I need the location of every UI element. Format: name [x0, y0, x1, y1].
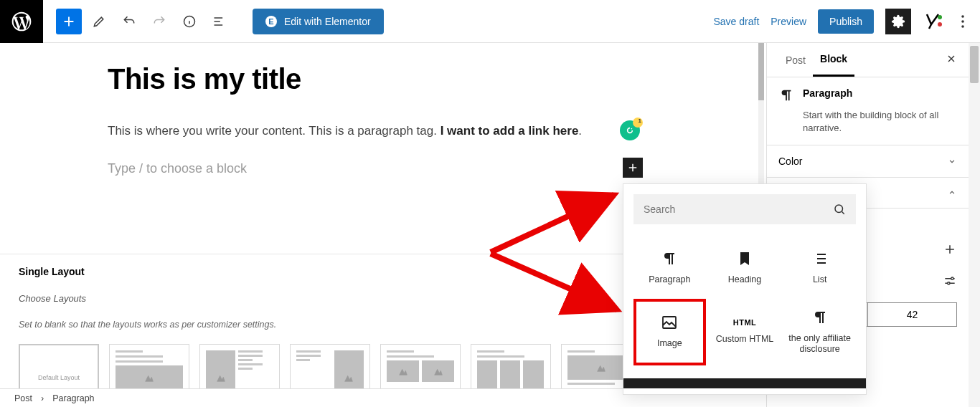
- chevron-down-icon: [947, 156, 957, 166]
- layout-thumb[interactable]: [199, 344, 280, 388]
- inserter-item-affiliate[interactable]: the only affiliate disclosure: [783, 299, 856, 365]
- edit-mode-button[interactable]: [86, 9, 112, 34]
- plus-icon[interactable]: [943, 242, 957, 257]
- layout-thumb-default[interactable]: Default Layout: [19, 344, 99, 388]
- inserter-search[interactable]: [633, 194, 856, 224]
- toolbar-right: Save draft Preview Publish: [713, 9, 971, 34]
- block-placeholder[interactable]: Type / to choose a block: [108, 161, 766, 176]
- inserter-item-heading[interactable]: Heading: [709, 240, 781, 296]
- layout-thumb[interactable]: [290, 344, 370, 388]
- save-draft-link[interactable]: Save draft: [713, 16, 759, 27]
- breadcrumb-current: Paragraph: [52, 393, 94, 403]
- svg-rect-9: [663, 317, 676, 328]
- yoast-icon[interactable]: [923, 11, 943, 32]
- search-icon: [833, 203, 846, 216]
- wordpress-logo[interactable]: [0, 0, 43, 43]
- block-name: Paragraph: [803, 87, 852, 99]
- grammarly-icon[interactable]: 1: [620, 120, 640, 140]
- tab-block[interactable]: Block: [813, 43, 854, 77]
- sliders-icon[interactable]: [943, 274, 957, 288]
- info-button[interactable]: [176, 9, 202, 34]
- block-inserter-popup: Paragraph Heading List Image HTML Custom…: [623, 183, 867, 395]
- svg-point-6: [951, 277, 953, 279]
- color-section-toggle[interactable]: Color: [767, 145, 969, 178]
- editor-scrollbar[interactable]: [756, 43, 766, 206]
- value-cell[interactable]: 42: [868, 303, 956, 326]
- page-scrollbar[interactable]: [969, 43, 980, 407]
- redo-button[interactable]: [146, 9, 172, 34]
- svg-point-1: [938, 15, 942, 19]
- topbar: E Edit with Elementor Save draft Preview…: [0, 0, 980, 43]
- svg-point-7: [948, 282, 950, 284]
- breadcrumb-parent[interactable]: Post: [14, 393, 32, 403]
- undo-button[interactable]: [116, 9, 142, 34]
- svg-point-5: [961, 25, 964, 28]
- bookmark-icon: [736, 250, 753, 267]
- inline-add-block-button[interactable]: [623, 158, 643, 178]
- tab-post[interactable]: Post: [778, 44, 813, 76]
- elementor-icon: E: [265, 16, 277, 27]
- post-title[interactable]: This is my title: [108, 63, 766, 95]
- preview-link[interactable]: Preview: [771, 16, 806, 27]
- outline-button[interactable]: [207, 9, 232, 34]
- more-menu-button[interactable]: [954, 9, 971, 34]
- paragraph-icon: [811, 309, 829, 326]
- add-block-button[interactable]: [56, 9, 82, 34]
- paragraph-block[interactable]: This is where you write your content. Th…: [108, 124, 766, 138]
- layout-thumb[interactable]: [471, 344, 551, 388]
- inserter-search-input[interactable]: [644, 204, 833, 215]
- paragraph-icon: [661, 250, 678, 267]
- list-icon: [811, 250, 829, 267]
- svg-point-8: [835, 205, 843, 213]
- inserter-item-list[interactable]: List: [783, 240, 856, 296]
- inserter-item-custom-html[interactable]: HTML Custom HTML: [709, 299, 781, 365]
- close-sidebar-button[interactable]: [946, 53, 957, 67]
- toolbar-left: E Edit with Elementor: [56, 9, 384, 34]
- image-icon: [661, 314, 678, 331]
- chevron-up-icon: [947, 188, 957, 198]
- html-icon: HTML: [733, 318, 757, 327]
- edit-with-elementor-button[interactable]: E Edit with Elementor: [253, 9, 384, 34]
- layout-thumb[interactable]: [109, 344, 189, 388]
- svg-point-2: [938, 22, 942, 27]
- block-description: Start with the building block of all nar…: [803, 109, 957, 135]
- inserter-item-image[interactable]: Image: [633, 299, 706, 365]
- block-info: Paragraph Start with the building block …: [767, 77, 969, 145]
- inserter-item-paragraph[interactable]: Paragraph: [633, 240, 706, 296]
- settings-button[interactable]: [885, 9, 911, 34]
- publish-button[interactable]: Publish: [818, 9, 874, 34]
- svg-point-4: [961, 20, 964, 23]
- paragraph-icon: [778, 87, 794, 103]
- chevron-right-icon: ›: [41, 393, 44, 403]
- layout-thumb[interactable]: [380, 344, 461, 388]
- svg-point-3: [961, 15, 964, 18]
